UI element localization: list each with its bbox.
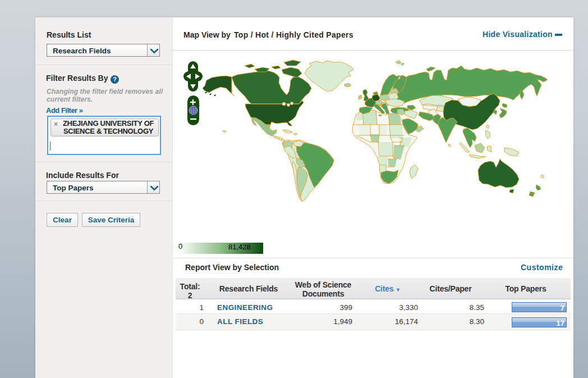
svg-text:81,428: 81,428 — [228, 243, 251, 251]
svg-text:0: 0 — [178, 242, 182, 251]
